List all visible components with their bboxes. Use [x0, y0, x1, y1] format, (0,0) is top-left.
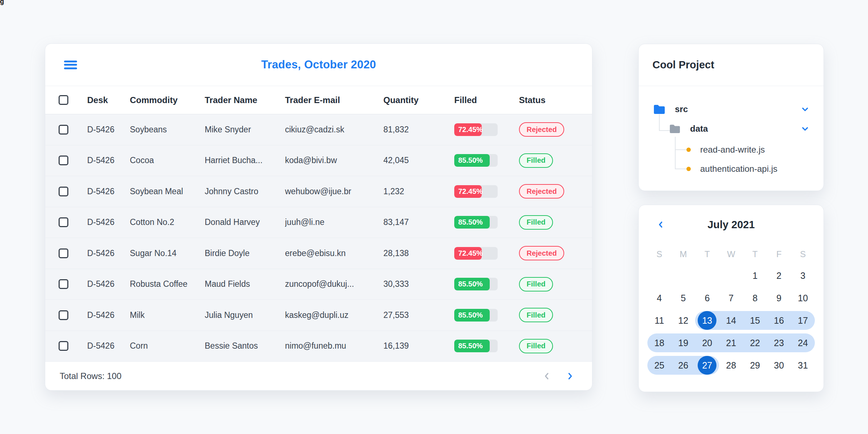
calendar-day — [647, 264, 671, 287]
calendar-day[interactable]: 26 — [671, 354, 695, 376]
calendar-day[interactable]: 5 — [671, 287, 695, 309]
cell-commodity: Cotton No.2 — [130, 217, 205, 227]
calendar-day[interactable]: 22 — [743, 332, 767, 354]
status-badge: Rejected — [519, 184, 564, 199]
calendar-day[interactable]: 30 — [767, 354, 791, 376]
calendar-grid: 1 2 3 4 5 6 7 8 9 10 11 12 13 14 15 16 1… — [647, 264, 815, 376]
cell-trader: Donald Harvey — [205, 217, 285, 227]
previous-page-button[interactable] — [541, 370, 553, 382]
status-badge: Filled — [519, 308, 553, 322]
cell-commodity: Cocoa — [130, 156, 205, 165]
previous-month-button[interactable] — [655, 219, 666, 230]
calendar-day[interactable]: 15 — [743, 309, 767, 332]
cell-trader: Birdie Doyle — [205, 248, 285, 258]
calendar-day[interactable]: 19 — [671, 332, 695, 354]
cell-trader: Mike Snyder — [205, 125, 285, 135]
status-badge: Filled — [519, 153, 553, 168]
calendar-day[interactable]: 18 — [647, 332, 671, 354]
dow-label: W — [719, 244, 743, 264]
calendar-day[interactable]: 16 — [767, 309, 791, 332]
calendar-day[interactable]: 1 — [743, 264, 767, 287]
file-name: authentication-api.js — [700, 164, 777, 174]
calendar-day[interactable]: 12 — [671, 309, 695, 332]
filled-progress-bar: 85.50% — [454, 216, 498, 229]
row-checkbox[interactable] — [59, 341, 68, 351]
calendar-day[interactable]: 21 — [719, 332, 743, 354]
calendar-day[interactable]: 29 — [743, 354, 767, 376]
calendar-day[interactable]: 28 — [719, 354, 743, 376]
row-checkbox[interactable] — [59, 310, 68, 320]
calendar-day[interactable]: 17 — [791, 309, 815, 332]
row-checkbox[interactable] — [59, 217, 68, 227]
filled-progress-bar: 85.50% — [454, 309, 498, 322]
file-tree: src data read-and-write.js authenticatio… — [639, 86, 824, 191]
cell-quantity: 42,045 — [383, 156, 454, 165]
calendar-day[interactable]: 8 — [743, 287, 767, 309]
chevron-down-icon[interactable] — [801, 105, 809, 113]
status-badge: Filled — [519, 277, 553, 292]
calendar-day[interactable]: 2 — [767, 264, 791, 287]
calendar-day[interactable]: 20 — [695, 332, 719, 354]
pagination — [541, 370, 576, 382]
filled-progress-bar: 72.45% — [454, 247, 498, 260]
tree-file[interactable]: authentication-api.js — [686, 161, 824, 177]
cell-desk: D-5426 — [87, 310, 130, 320]
calendar-day-range-start[interactable]: 13 — [695, 309, 719, 332]
cell-email: erebe@ebisu.kn — [285, 248, 383, 258]
file-tree-card: Cool Project src data — [638, 44, 824, 191]
row-checkbox[interactable] — [59, 279, 68, 289]
calendar-day[interactable]: 23 — [767, 332, 791, 354]
tree-file[interactable]: read-and-write.js — [686, 142, 824, 158]
folder-name: src — [675, 104, 688, 114]
calendar-day[interactable]: 10 — [791, 287, 815, 309]
table-row: D-5426 Soybean Meal Johnny Castro wehubo… — [45, 176, 592, 207]
calendar-day[interactable]: 9 — [767, 287, 791, 309]
dow-label: T — [695, 244, 719, 264]
cell-quantity: 81,832 — [383, 125, 454, 135]
next-page-button[interactable] — [564, 370, 576, 382]
cell-desk: D-5426 — [87, 187, 130, 196]
cell-desk: D-5426 — [87, 125, 130, 135]
select-all-checkbox[interactable] — [59, 95, 68, 105]
filled-progress-bar: 85.50% — [454, 278, 498, 290]
cell-quantity: 16,139 — [383, 341, 454, 351]
cell-commodity: Robusta Coffee — [130, 279, 205, 289]
calendar-day — [695, 264, 719, 287]
tree-folder-src[interactable]: src — [653, 101, 824, 117]
calendar-day[interactable]: 24 — [791, 332, 815, 354]
calendar-day[interactable]: 4 — [647, 287, 671, 309]
calendar-day[interactable]: 6 — [695, 287, 719, 309]
chevron-down-icon[interactable] — [801, 125, 809, 133]
row-checkbox[interactable] — [59, 187, 68, 196]
hamburger-menu-icon[interactable] — [64, 59, 77, 71]
table-row: D-5426 Cotton No.2 Donald Harvey juuh@li… — [45, 207, 592, 238]
cell-email: kaskeg@dupli.uz — [285, 310, 383, 320]
row-checkbox[interactable] — [59, 248, 68, 258]
cell-quantity: 27,553 — [383, 310, 454, 320]
status-badge: Filled — [519, 339, 553, 353]
cell-trader: Harriet Bucha... — [205, 156, 285, 165]
cell-quantity: 30,333 — [383, 279, 454, 289]
calendar-day[interactable]: 31 — [791, 354, 815, 376]
calendar-day[interactable]: 14 — [719, 309, 743, 332]
calendar-day[interactable]: 3 — [791, 264, 815, 287]
row-checkbox[interactable] — [59, 125, 68, 135]
tree-folder-data[interactable]: data — [669, 121, 824, 137]
calendar-day-range-end[interactable]: 27 — [695, 354, 719, 376]
calendar-day-headers: S M T W T F S — [647, 244, 815, 264]
cell-trader: Johnny Castro — [205, 187, 285, 196]
project-title: Cool Project — [652, 59, 714, 71]
table-row: D-5426 Cocoa Harriet Bucha... koda@bivi.… — [45, 145, 592, 176]
cell-desk: D-5426 — [87, 341, 130, 351]
table-row: D-5426 Sugar No.14 Birdie Doyle erebe@eb… — [45, 238, 592, 269]
table-body: D-5426 Soybeans Mike Snyder cikiuz@cadzi… — [45, 114, 592, 361]
cell-quantity: 83,147 — [383, 217, 454, 227]
cell-email: cikiuz@cadzi.sk — [285, 125, 383, 135]
table-row: D-5426 Milk Julia Nguyen kaskeg@dupli.uz… — [45, 300, 592, 331]
calendar-day[interactable]: 25 — [647, 354, 671, 376]
file-dot-icon — [686, 167, 691, 171]
row-checkbox[interactable] — [59, 156, 68, 165]
calendar-day[interactable]: 7 — [719, 287, 743, 309]
table-column-header-row: Desk Commodity Trader Name Trader E-mail… — [45, 86, 592, 114]
calendar-day[interactable]: 11 — [647, 309, 671, 332]
